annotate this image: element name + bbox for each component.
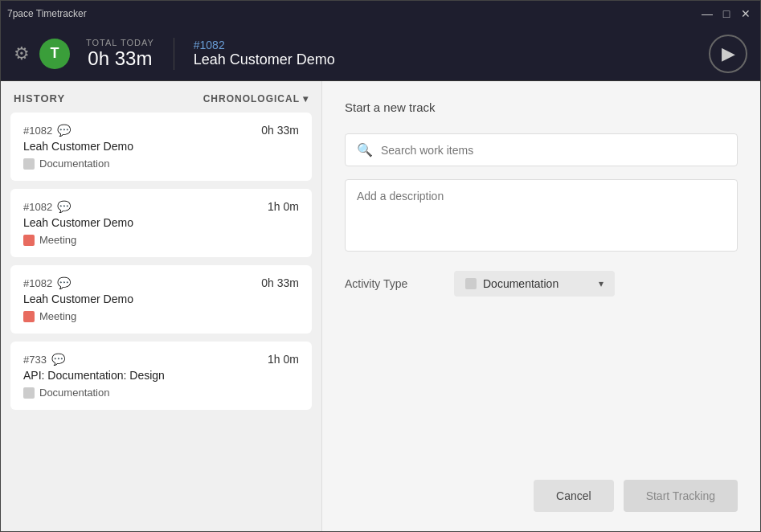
- cancel-button[interactable]: Cancel: [534, 480, 614, 512]
- history-card-title: API: Documentation: Design: [23, 369, 299, 382]
- maximize-button[interactable]: □: [718, 6, 734, 22]
- current-item-id: #1082: [194, 39, 709, 51]
- description-textarea[interactable]: [345, 179, 738, 252]
- chevron-down-icon: ▾: [599, 278, 603, 289]
- activity-type-dropdown[interactable]: Documentation ▾: [454, 271, 615, 297]
- current-item-info: #1082 Leah Customer Demo: [194, 39, 709, 68]
- right-panel: Start a new track 🔍 Activity Type Docume…: [322, 81, 760, 531]
- spacer: [345, 309, 738, 460]
- settings-icon[interactable]: ⚙: [14, 43, 30, 64]
- history-card-id: #733: [23, 354, 47, 366]
- tag-color-dot: [23, 311, 35, 322]
- activity-type-label: Activity Type: [345, 277, 441, 290]
- history-card-title: Leah Customer Demo: [23, 140, 299, 153]
- list-item[interactable]: #1082 💬 1h 0m Leah Customer Demo Meeting: [10, 189, 312, 257]
- current-item-title: Leah Customer Demo: [194, 51, 709, 68]
- close-button[interactable]: ✕: [738, 6, 754, 22]
- history-card-tag: Documentation: [23, 158, 299, 170]
- activity-type-value: Documentation: [483, 277, 558, 290]
- tag-color-dot: [23, 235, 35, 246]
- history-card-title: Leah Customer Demo: [23, 216, 299, 229]
- history-card-header: #1082 💬 1h 0m: [23, 200, 299, 213]
- history-card-tag: Documentation: [23, 387, 299, 399]
- main-content: HISTORY CHRONOLOGICAL ▾ #1082 💬 0h 33m: [1, 81, 760, 531]
- history-card-id-row: #1082 💬: [23, 276, 71, 289]
- tag-label: Documentation: [39, 158, 109, 170]
- history-card-id-row: #1082 💬: [23, 200, 71, 213]
- tag-label: Meeting: [39, 310, 76, 322]
- comment-icon: 💬: [51, 353, 65, 366]
- start-tracking-button[interactable]: Start Tracking: [624, 480, 738, 512]
- comment-icon: 💬: [57, 200, 71, 213]
- history-card-tag: Meeting: [23, 310, 299, 322]
- sidebar-sort-label: CHRONOLOGICAL: [203, 93, 300, 104]
- sidebar-sort-button[interactable]: CHRONOLOGICAL ▾: [203, 93, 309, 104]
- history-card-time: 0h 33m: [261, 276, 299, 289]
- avatar[interactable]: T: [39, 39, 70, 69]
- history-card-header: #733 💬 1h 0m: [23, 353, 299, 366]
- history-card-id-row: #733 💬: [23, 353, 65, 366]
- total-today-label: TOTAL TODAY: [86, 38, 154, 47]
- total-today-section: TOTAL TODAY 0h 33m: [86, 38, 174, 70]
- tag-label: Documentation: [39, 387, 109, 399]
- play-button[interactable]: ▶: [709, 35, 747, 73]
- total-today-time: 0h 33m: [86, 47, 154, 70]
- search-box[interactable]: 🔍: [345, 133, 738, 166]
- history-card-header: #1082 💬 0h 33m: [23, 124, 299, 137]
- sidebar: HISTORY CHRONOLOGICAL ▾ #1082 💬 0h 33m: [1, 81, 322, 531]
- history-card-title: Leah Customer Demo: [23, 293, 299, 305]
- list-item[interactable]: #1082 💬 0h 33m Leah Customer Demo Docume…: [10, 113, 312, 181]
- history-card-id: #1082: [23, 277, 52, 289]
- window-controls: — □ ✕: [699, 6, 754, 22]
- list-item[interactable]: #1082 💬 0h 33m Leah Customer Demo Meetin…: [10, 265, 312, 334]
- tag-color-dot: [23, 158, 35, 170]
- app-title: 7pace Timetracker: [7, 8, 87, 19]
- panel-section-title: Start a new track: [345, 100, 738, 114]
- activity-type-dot: [465, 278, 477, 289]
- history-card-id: #1082: [23, 125, 52, 137]
- comment-icon: 💬: [57, 276, 71, 289]
- history-card-tag: Meeting: [23, 234, 299, 246]
- history-card-id-row: #1082 💬: [23, 124, 71, 137]
- sidebar-items-list: #1082 💬 0h 33m Leah Customer Demo Docume…: [1, 113, 321, 531]
- tag-label: Meeting: [39, 234, 76, 246]
- history-card-time: 1h 0m: [268, 353, 299, 366]
- title-bar: 7pace Timetracker — □ ✕: [1, 1, 760, 27]
- tag-color-dot: [23, 387, 35, 399]
- history-card-time: 0h 33m: [261, 124, 299, 137]
- sidebar-header: HISTORY CHRONOLOGICAL ▾: [1, 81, 321, 113]
- header-bar: ⚙ T TOTAL TODAY 0h 33m #1082 Leah Custom…: [1, 27, 760, 81]
- comment-icon: 💬: [57, 124, 71, 137]
- history-card-time: 1h 0m: [268, 200, 299, 213]
- list-item[interactable]: #733 💬 1h 0m API: Documentation: Design …: [10, 342, 312, 410]
- app-window: 7pace Timetracker — □ ✕ ⚙ T TOTAL TODAY …: [0, 0, 761, 532]
- history-card-header: #1082 💬 0h 33m: [23, 276, 299, 289]
- history-card-id: #1082: [23, 201, 52, 213]
- sidebar-title: HISTORY: [14, 92, 65, 104]
- search-icon: 🔍: [357, 142, 373, 158]
- activity-type-row: Activity Type Documentation ▾: [345, 271, 738, 297]
- footer-buttons: Cancel Start Tracking: [345, 473, 738, 512]
- chevron-down-icon: ▾: [303, 93, 309, 104]
- minimize-button[interactable]: —: [699, 6, 715, 22]
- search-input[interactable]: [381, 144, 726, 157]
